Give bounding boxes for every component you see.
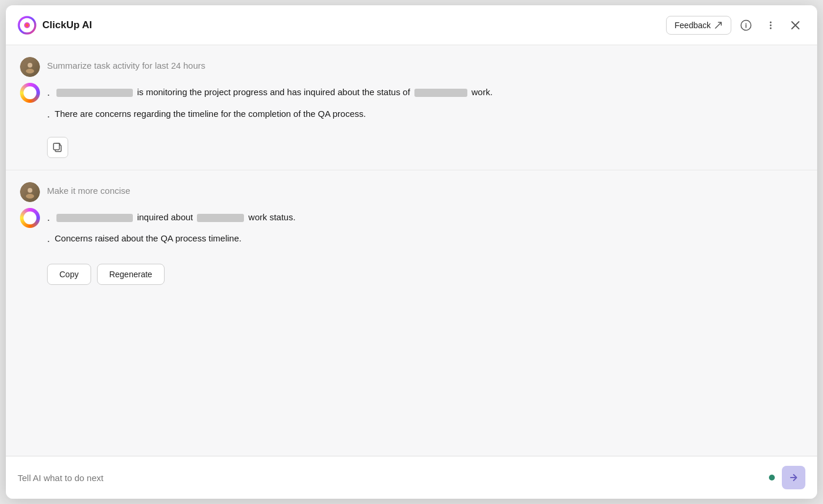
- input-status-dot: [769, 475, 775, 481]
- info-icon: [740, 19, 752, 31]
- bullet-item-3: · inquired about work status.: [47, 210, 803, 229]
- copy-button[interactable]: Copy: [47, 264, 91, 285]
- user-message-text-1: Summarize task activity for last 24 hour…: [47, 57, 205, 70]
- ai-response-content-2: · inquired about work status. · Concerns…: [47, 208, 803, 254]
- user-avatar-face-2: [20, 182, 40, 202]
- bullet-item-1: · is monitoring the project progress and…: [47, 85, 803, 103]
- user-avatar-face: [20, 57, 40, 77]
- close-icon: [791, 21, 800, 30]
- bullet-text-1: is monitoring the project progress and h…: [55, 85, 493, 99]
- ai-avatar-1: [20, 83, 40, 103]
- ai-response-row-2: · inquired about work status. · Concerns…: [20, 208, 803, 254]
- bullet-dot-2: ·: [47, 108, 50, 125]
- bullet-text-3: inquired about work status.: [55, 210, 296, 224]
- user-face-icon: [24, 61, 36, 73]
- user-message-row-1: Summarize task activity for last 24 hour…: [20, 57, 803, 77]
- feedback-button[interactable]: Feedback: [666, 16, 731, 35]
- svg-point-1: [24, 22, 30, 28]
- chat-content: Summarize task activity for last 24 hour…: [6, 45, 817, 456]
- svg-point-4: [770, 24, 772, 26]
- conversation-2: Make it more concise · inquired about: [6, 170, 817, 297]
- svg-rect-9: [53, 143, 59, 150]
- bullet-text-4: Concerns raised about the QA process tim…: [55, 231, 242, 246]
- copy-icon-button-1[interactable]: [47, 137, 68, 158]
- ai-response-row-1: · is monitoring the project progress and…: [20, 83, 803, 129]
- clickup-logo: [18, 16, 36, 35]
- svg-point-7: [26, 69, 34, 73]
- svg-point-10: [28, 188, 32, 193]
- bullet-dot-3: ·: [47, 211, 50, 229]
- user-avatar-2: [20, 182, 40, 202]
- user-message-text-2: Make it more concise: [47, 182, 131, 196]
- user-avatar-1: [20, 57, 40, 77]
- header-actions: Feedback: [666, 15, 805, 35]
- more-icon: [765, 20, 776, 31]
- bullet-dot-4: ·: [47, 233, 50, 250]
- user-face-icon-2: [24, 186, 36, 199]
- close-button[interactable]: [785, 15, 805, 35]
- more-button[interactable]: [761, 15, 781, 35]
- svg-point-5: [770, 27, 772, 29]
- send-button[interactable]: [782, 466, 805, 489]
- ai-avatar-inner-2: [24, 211, 36, 224]
- copy-icon: [52, 142, 63, 153]
- panel-title: ClickUp AI: [42, 19, 660, 31]
- ai-avatar-inner: [24, 86, 36, 99]
- ai-response-content-1: · is monitoring the project progress and…: [47, 83, 803, 129]
- info-button[interactable]: [736, 15, 756, 35]
- ai-panel: ClickUp AI Feedback: [6, 5, 817, 499]
- redacted-name-4: [197, 214, 244, 222]
- redacted-name-1: [56, 89, 133, 97]
- regenerate-button[interactable]: Regenerate: [97, 264, 165, 285]
- redacted-name-3: [56, 214, 133, 222]
- svg-point-6: [28, 63, 32, 68]
- ai-avatar-2: [20, 208, 40, 228]
- panel-header: ClickUp AI Feedback: [6, 5, 817, 45]
- send-icon: [788, 472, 799, 483]
- bullet-item-2: · There are concerns regarding the timel…: [47, 107, 803, 125]
- svg-point-3: [770, 21, 772, 23]
- svg-point-11: [26, 194, 34, 199]
- user-message-row-2: Make it more concise: [20, 182, 803, 202]
- bullet-dot-1: ·: [47, 86, 50, 103]
- conversation-1: Summarize task activity for last 24 hour…: [6, 45, 817, 170]
- ai-input[interactable]: [18, 473, 762, 483]
- feedback-label: Feedback: [675, 21, 711, 30]
- external-link-icon: [714, 21, 722, 29]
- input-area: [6, 456, 817, 499]
- redacted-name-2: [414, 89, 467, 97]
- bullet-text-2: There are concerns regarding the timelin…: [55, 107, 366, 121]
- bullet-item-4: · Concerns raised about the QA process t…: [47, 231, 803, 250]
- action-buttons: Copy Regenerate: [47, 264, 803, 285]
